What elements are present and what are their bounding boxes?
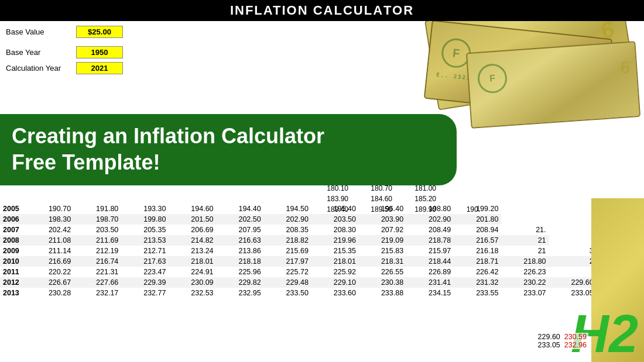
data-cell: 221.31 [74, 267, 121, 277]
data-cell: 202.50 [217, 214, 264, 225]
data-cell: 215.35 [311, 246, 359, 256]
data-cell: 225.96 [217, 267, 264, 277]
data-cell: 229.82 [217, 277, 264, 288]
data-cell: 199.80 [121, 214, 169, 225]
data-cell: 216.57 [454, 235, 501, 246]
data-cell: 211.08 [26, 235, 74, 246]
data-cell: 208.30 [311, 225, 359, 235]
fn-3-3: 185.20 [404, 194, 436, 204]
data-cell: 215.69 [264, 246, 311, 256]
data-cell: 233.55 [454, 288, 501, 298]
data-cell: 231.32 [454, 277, 501, 288]
data-cell: 217.63 [121, 256, 169, 267]
year-cell: 2011 [0, 267, 26, 277]
data-cell: 198.30 [26, 214, 74, 225]
calc-year-row: Calculation Year 2021 [6, 62, 199, 74]
data-cell: 212.19 [74, 246, 121, 256]
data-cell: 226.67 [26, 277, 74, 288]
data-cell: 190.70 [26, 204, 74, 214]
data-cell: 203.90 [359, 214, 406, 225]
data-cell: 219.09 [359, 235, 406, 246]
data-cell: 218.82 [264, 235, 311, 246]
data-cell: 202.90 [264, 214, 311, 225]
data-cell: 215.83 [359, 246, 406, 256]
year-cell: 2013 [0, 288, 26, 298]
year-cell: 2010 [0, 256, 26, 267]
data-cell: 216.74 [74, 256, 121, 267]
data-cell: 201.80 [454, 214, 501, 225]
data-cell: 206.69 [169, 225, 216, 235]
fn-4-4: 190. [448, 204, 480, 215]
data-cell: 227.66 [74, 277, 121, 288]
data-cell: 233.88 [359, 288, 406, 298]
data-cell: 215.97 [406, 246, 454, 256]
data-cell: 207.95 [217, 225, 264, 235]
data-cell: 216.18 [454, 246, 501, 256]
p-2012: 229.60 230.59 [538, 333, 587, 341]
data-cell: 194.60 [169, 204, 216, 214]
green-banner: Creating an Inflation Calculator Free Te… [0, 114, 457, 185]
calc-year-input[interactable]: 2021 [76, 62, 123, 74]
data-cell: 208.94 [454, 225, 501, 235]
data-cell: 208.49 [406, 225, 454, 235]
banner-title: Creating an Inflation Calculator [12, 125, 439, 148]
fn-4-3: 189.90 [404, 204, 436, 215]
data-cell: 225.92 [311, 267, 359, 277]
fn-3-1: 183.90 [316, 194, 348, 204]
base-value-row: Base Value $25.00 [6, 26, 199, 38]
year-cell: 2005 [0, 204, 26, 214]
data-cell: 218.01 [311, 256, 359, 267]
year-cell: 2006 [0, 214, 26, 225]
data-cell: 214.82 [169, 235, 216, 246]
page-title-cont: TOR [383, 3, 414, 18]
year-cell: 2012 [0, 277, 26, 288]
data-cell: 193.30 [121, 204, 169, 214]
data-cell: 201.50 [169, 214, 216, 225]
fn-4-1: 189.40 [316, 204, 348, 215]
data-cell: 216.63 [217, 235, 264, 246]
data-cell: 232.17 [74, 288, 121, 298]
data-cell: 216.69 [26, 256, 74, 267]
data-cell: 205.35 [121, 225, 169, 235]
fn-4-2: 189.50 [360, 204, 392, 215]
data-cell: 229.39 [121, 277, 169, 288]
data-cell: 230.28 [26, 288, 74, 298]
data-cell: 226.89 [406, 267, 454, 277]
spreadsheet-section: Base Value $25.00 Base Year 1950 Calcula… [0, 21, 205, 82]
data-cell: 212.71 [121, 246, 169, 256]
data-cell: 218.31 [359, 256, 406, 267]
data-cell: 194.50 [264, 204, 311, 214]
data-cell: 219.96 [311, 235, 359, 246]
data-cell: 202.42 [26, 225, 74, 235]
data-cell: 218.44 [406, 256, 454, 267]
data-cell: 234.15 [406, 288, 454, 298]
data-cell: 218.18 [217, 256, 264, 267]
two-letter: 2 [609, 312, 638, 357]
float-row-3: 183.90 184.60 185.20 [316, 194, 480, 204]
data-cell: 211.69 [74, 235, 121, 246]
data-cell: 213.53 [121, 235, 169, 246]
data-cell: 233.60 [311, 288, 359, 298]
data-cell: 218.01 [169, 256, 216, 267]
data-cell: 191.80 [74, 204, 121, 214]
data-cell: 229.48 [264, 277, 311, 288]
data-cell: 233.50 [264, 288, 311, 298]
page-title: INFLATION CALCULA [230, 3, 383, 18]
data-cell: 232.95 [217, 288, 264, 298]
data-cell: 226.42 [454, 267, 501, 277]
data-cell: 230.38 [359, 277, 406, 288]
base-year-input[interactable]: 1950 [76, 46, 123, 58]
data-cell: 213.86 [217, 246, 264, 256]
year-cell: 2008 [0, 235, 26, 246]
data-cell: 198.70 [74, 214, 121, 225]
title-bar: INFLATION CALCULA TOR [0, 0, 644, 21]
data-cell: 213.24 [169, 246, 216, 256]
base-value-input[interactable]: $25.00 [76, 26, 123, 38]
partial-right-2012: 229.60 230.59 233.05 232.96 [536, 333, 588, 349]
data-cell: 217.97 [264, 256, 311, 267]
year-cell: 2007 [0, 225, 26, 235]
data-cell: 203.50 [74, 225, 121, 235]
data-cell: 211.14 [26, 246, 74, 256]
data-cell: 232.77 [121, 288, 169, 298]
data-cell: 226.55 [359, 267, 406, 277]
